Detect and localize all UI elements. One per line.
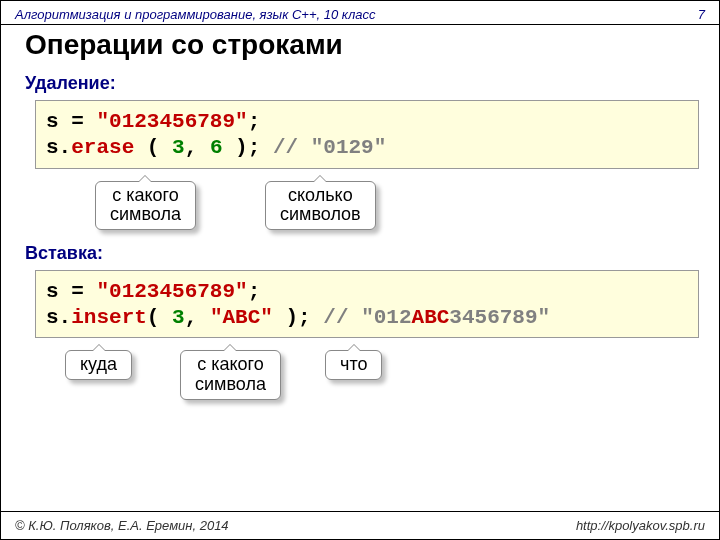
callout-what: что [325,350,382,380]
code-text: ; [248,110,261,133]
callout-text: с какого символа [110,185,181,225]
code-text: , [185,306,210,329]
code-text: s. [46,306,71,329]
cmt-part: 3456789" [449,306,550,329]
code-insert: s = "0123456789"; s.insert( 3, "ABC" ); … [35,270,699,339]
callout-text: сколько символов [280,185,361,225]
code-comment: // "0129" [273,136,386,159]
callout-text: с какого символа [195,354,266,394]
section-delete-label: Удаление: [1,69,719,100]
code-num: 3 [172,136,185,159]
code-text: ( [134,136,172,159]
code-comment: // "012ABC3456789" [323,306,550,329]
code-text: , [185,136,210,159]
callout-text: куда [80,354,117,374]
callout-from-char: с какого символа [180,350,281,400]
callout-text: что [340,354,367,374]
cmt-part: // "012 [323,306,411,329]
code-func: erase [71,136,134,159]
delete-callouts: с какого символа сколько символов [35,169,699,239]
code-string: "0123456789" [96,110,247,133]
code-text: s = [46,110,96,133]
code-text: ); [222,136,272,159]
callout-from-char: с какого символа [95,181,196,231]
code-string: "ABC" [210,306,273,329]
code-text: ( [147,306,172,329]
course-label: Алгоритмизация и программирование, язык … [15,7,375,22]
footer: © К.Ю. Поляков, Е.А. Еремин, 2014 http:/… [1,511,719,539]
page-title: Операции со строками [1,25,719,69]
code-func: insert [71,306,147,329]
code-text: s = [46,280,96,303]
header: Алгоритмизация и программирование, язык … [1,1,719,25]
code-text: ); [273,306,323,329]
page-number: 7 [698,7,705,22]
code-delete: s = "0123456789"; s.erase ( 3, 6 ); // "… [35,100,699,169]
copyright: © К.Ю. Поляков, Е.А. Еремин, 2014 [15,518,229,533]
section-insert-label: Вставка: [1,239,719,270]
code-num: 6 [210,136,223,159]
insert-callouts: куда с какого символа что [35,338,699,408]
code-string: "0123456789" [96,280,247,303]
callout-how-many: сколько символов [265,181,376,231]
footer-link[interactable]: http://kpolyakov.spb.ru [576,518,705,533]
code-text: ; [248,280,261,303]
callout-where: куда [65,350,132,380]
cmt-emph: ABC [412,306,450,329]
code-text: s. [46,136,71,159]
code-num: 3 [172,306,185,329]
